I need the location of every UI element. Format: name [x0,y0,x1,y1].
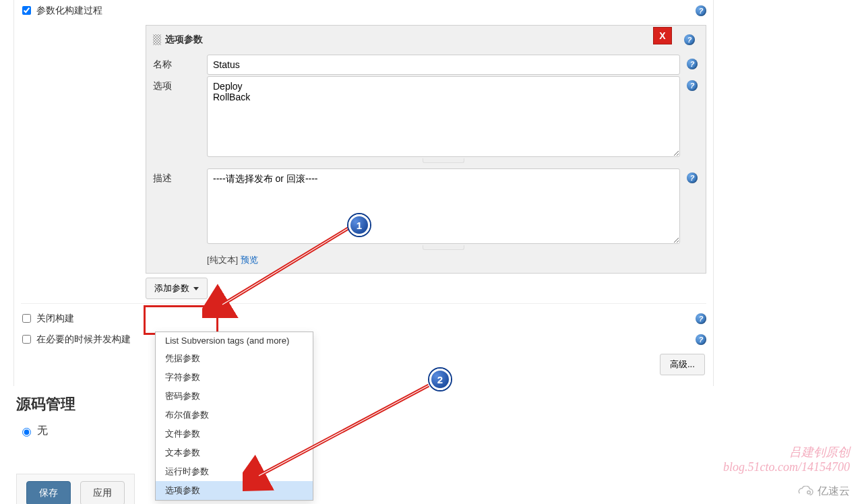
resize-grip-icon[interactable] [423,245,464,250]
desc-footer: [纯文本] 预览 [207,254,680,266]
disable-build-checkbox[interactable] [22,314,31,323]
svg-point-4 [807,491,811,494]
scm-none-label: 无 [37,424,48,438]
help-icon[interactable]: ? [696,334,706,345]
resize-grip-icon[interactable] [423,158,464,163]
advanced-button[interactable]: 高级... [660,354,705,375]
param-desc-row: 描述 ----请选择发布 or 回滚---- [纯文本] 预览 ? [153,168,699,266]
param-options-label: 选项 [153,76,207,92]
concurrent-build-checkbox[interactable] [22,335,31,344]
chevron-down-icon [193,287,199,290]
help-icon[interactable]: ? [687,59,698,69]
watermark-line1: 吕建钊原创 [723,444,850,460]
param-options-textarea[interactable]: Deploy RollBack [207,76,680,157]
help-icon[interactable]: ? [684,34,695,45]
config-page: 参数化构建过程 ? X 选项参数 ? 名称 ? 选项 [0,0,862,441]
add-param-label: 添加参数 [154,282,189,294]
divider [21,303,706,304]
choice-param-box: X 选项参数 ? 名称 ? 选项 Deploy RollBack [146,25,706,274]
dropdown-item[interactable]: 凭据参数 [156,349,313,368]
param-name-label: 名称 [153,55,207,71]
scm-none-radio[interactable] [22,428,31,437]
drag-handle-icon[interactable] [153,34,161,45]
concurrent-build-label: 在必要的时候并发构建 [36,334,131,346]
param-desc-label: 描述 [153,168,207,185]
watermark-text: 吕建钊原创 blog.51cto.com/14154700 [723,444,850,474]
parametrized-build-checkbox[interactable] [22,6,31,15]
disable-build-label: 关闭构建 [36,313,74,325]
param-box-header: 选项参数 ? [153,31,699,53]
help-icon[interactable]: ? [687,172,698,183]
advanced-row: 高级... [14,350,713,379]
desc-plain-text-label: [纯文本] [207,255,238,265]
dropdown-item[interactable]: List Subversion tags (and more) [156,332,313,349]
dropdown-item[interactable]: 密码参数 [156,387,313,406]
desc-preview-link[interactable]: 预览 [241,255,258,265]
watermark-line2: blog.51cto.com/14154700 [723,460,850,474]
help-icon[interactable]: ? [696,313,706,324]
dropdown-item[interactable]: 选项参数 [156,481,313,500]
param-name-input[interactable] [207,55,680,75]
cloud-icon [795,486,815,498]
add-param-button[interactable]: 添加参数 [146,278,208,299]
help-icon[interactable]: ? [687,80,698,91]
action-buttons-bar: 保存 应用 [16,474,135,504]
param-box-title: 选项参数 [165,34,203,46]
disable-build-row: 关闭构建 ? [14,308,713,329]
param-options-row: 选项 Deploy RollBack ? [153,76,699,167]
add-param-dropdown: List Subversion tags (and more)凭据参数字符参数密… [155,332,313,501]
parametrized-build-row: 参数化构建过程 ? [14,0,713,21]
dropdown-item[interactable]: 字符参数 [156,368,313,387]
apply-button[interactable]: 应用 [80,481,125,504]
dropdown-item[interactable]: 文本参数 [156,443,313,462]
dropdown-item[interactable]: 布尔值参数 [156,406,313,424]
scm-none-row: 无 [19,421,714,441]
param-desc-textarea[interactable]: ----请选择发布 or 回滚---- [207,168,680,244]
param-name-row: 名称 ? [153,55,699,75]
scm-section-title: 源码管理 [16,394,714,414]
save-button[interactable]: 保存 [26,481,71,504]
brand-watermark: 亿速云 [795,484,850,499]
help-icon[interactable]: ? [696,5,706,16]
parametrized-build-label: 参数化构建过程 [36,5,102,17]
general-config-block: 参数化构建过程 ? X 选项参数 ? 名称 ? 选项 [13,0,714,386]
dropdown-item[interactable]: 文件参数 [156,424,313,443]
concurrent-build-row: 在必要的时候并发构建 ? [14,329,713,350]
add-param-row: 添加参数 [146,278,713,299]
dropdown-item[interactable]: 运行时参数 [156,462,313,481]
brand-watermark-text: 亿速云 [818,484,850,499]
